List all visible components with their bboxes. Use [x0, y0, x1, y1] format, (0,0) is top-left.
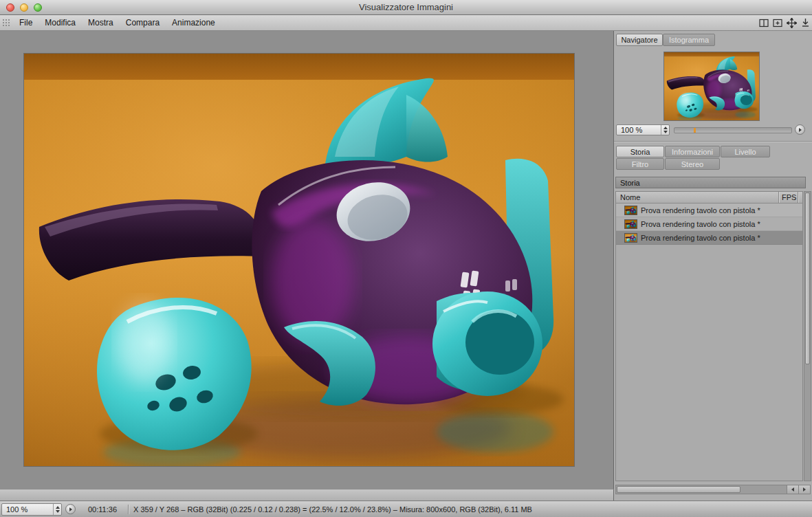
menu-modifica[interactable]: Modifica [39, 18, 82, 28]
column-nome[interactable]: Nome [616, 193, 778, 201]
window-title: Visualizzatore Immagini [0, 0, 812, 14]
viewport-hscrollbar[interactable] [0, 489, 614, 500]
menu-mostra[interactable]: Mostra [82, 18, 120, 28]
render-scene [24, 54, 574, 466]
navigator-zoom-slider[interactable] [674, 127, 792, 133]
statusbar: 100 % 00:11:36 X 359 / Y 268 – RGB (32Bi… [0, 500, 812, 517]
history-row-label: Prova rendering tavolo con pistola * [641, 234, 760, 242]
tab-livello[interactable]: Livello [721, 146, 770, 157]
render-image[interactable] [24, 54, 574, 466]
scroll-right-icon[interactable] [798, 485, 810, 494]
move-pan-icon[interactable] [784, 16, 798, 29]
navigator-zoom-stepper-icon[interactable] [661, 125, 669, 135]
status-zoom-value: 100 % [2, 505, 53, 514]
close-button[interactable] [6, 3, 14, 12]
panel-divider [614, 141, 812, 142]
navigator-thumbnail[interactable] [663, 52, 760, 121]
status-divider [128, 505, 129, 514]
tab-istogramma[interactable]: Istogramma [663, 34, 715, 46]
history-row-thumbnail [624, 206, 637, 215]
history-row-label: Prova rendering tavolo con pistola * [641, 206, 760, 214]
status-zoom-stepper-icon[interactable] [53, 504, 61, 515]
column-fps[interactable]: FPS [779, 193, 798, 201]
vscrollbar-thumb[interactable] [805, 192, 810, 364]
status-pixel-info: X 359 / Y 268 – RGB (32Bit) (0.225 / 0.1… [133, 505, 532, 514]
hscrollbar-thumb[interactable] [617, 486, 740, 493]
column-divider[interactable] [798, 192, 798, 203]
history-section-header: Storia [615, 177, 806, 188]
dock-download-icon[interactable] [798, 16, 812, 29]
tab-storia[interactable]: Storia [616, 146, 664, 157]
menu-animazione[interactable]: Animazione [166, 18, 221, 28]
titlebar: Visualizzatore Immagini [0, 0, 812, 15]
navigator-zoom-value: 100 % [617, 126, 661, 134]
history-hscrollbar[interactable] [615, 485, 811, 494]
menubar: File Modifica Mostra Compara Animazione [0, 15, 812, 31]
add-panel-icon[interactable] [771, 16, 784, 29]
right-panel: Navigatore Istogramma 100 % Storia Infor… [614, 31, 812, 500]
menu-compara[interactable]: Compara [120, 18, 166, 28]
history-column-header[interactable]: Nome FPS [616, 192, 802, 204]
zoom-slider-tick[interactable] [694, 128, 696, 133]
tab-informazioni[interactable]: Informazioni [665, 146, 720, 157]
history-row-thumbnail [624, 219, 637, 229]
history-row[interactable]: Prova rendering tavolo con pistola * [616, 204, 802, 217]
drag-grip-icon[interactable] [2, 19, 10, 27]
status-zoom-field[interactable]: 100 % [1, 503, 62, 516]
history-row[interactable]: Prova rendering tavolo con pistola * [616, 217, 802, 231]
tab-navigatore[interactable]: Navigatore [616, 34, 663, 46]
status-options-button[interactable] [65, 504, 76, 514]
navigator-options-button[interactable] [795, 124, 805, 135]
status-time: 00:11:36 [88, 505, 127, 514]
maximize-button[interactable] [34, 3, 42, 12]
scroll-left-icon[interactable] [787, 485, 798, 494]
history-list: Nome FPS Prova rendering tavolo con pist… [615, 191, 803, 481]
history-row-thumbnail [624, 233, 637, 243]
history-row-selected[interactable]: Prova rendering tavolo con pistola * [616, 231, 802, 245]
image-viewport[interactable] [0, 31, 614, 489]
tab-stereo[interactable]: Stereo [665, 158, 720, 170]
tab-filtro[interactable]: Filtro [616, 158, 664, 170]
history-vscrollbar[interactable] [804, 191, 811, 481]
minimize-button[interactable] [20, 3, 28, 12]
menu-file[interactable]: File [13, 18, 39, 28]
navigator-zoom-field[interactable]: 100 % [616, 124, 670, 135]
split-columns-icon[interactable] [757, 16, 771, 29]
picture-viewer-window: Visualizzatore Immagini File Modifica Mo… [0, 0, 812, 517]
history-row-label: Prova rendering tavolo con pistola * [641, 220, 760, 228]
